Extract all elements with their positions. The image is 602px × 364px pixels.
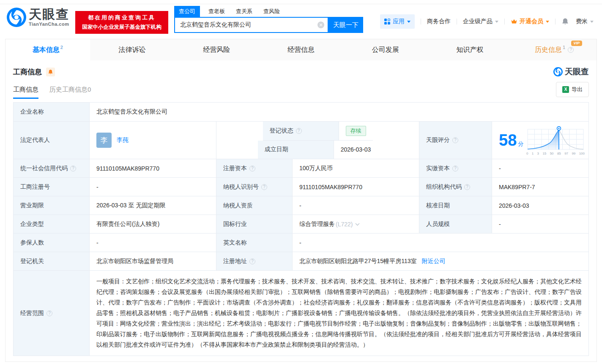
legal-rep-avatar[interactable]: 李 [96,133,112,148]
help-icon[interactable]: ? [296,128,302,134]
help-icon[interactable]: ? [47,310,52,316]
chevron-down-icon [355,223,360,226]
field-label: 工商注册号 [14,178,90,196]
nearby-companies-link[interactable]: 附近公司 [421,258,445,265]
tab-basic-info[interactable]: 基本信息 2 [5,39,90,60]
score-axis-labels: 0 1 3 15 50 85 97 99 100 [526,152,585,155]
tab-intellectual-property[interactable]: 知识产权 [428,39,512,60]
status-date-block: 登记状态 ? 存续 成立日期 2026-03-03 [216,122,419,159]
address-value: 北京市朝阳区朝阳北路甲27号15幢平房113室 [299,258,416,265]
nav-cooperation[interactable]: 商务合作 [427,18,451,25]
nav-vip-label: 开通会员 [520,18,543,25]
clear-icon[interactable]: ✕ [317,22,324,28]
business-scope-value: 一般项目：文艺创作；组织文化艺术交流活动；票务代理服务；技术服务、技术开发、技术… [90,271,588,356]
nav-apps[interactable]: 应用 [380,14,415,29]
field-label-text: 实缴资本 [426,165,450,172]
search-input[interactable] [174,17,328,33]
subtab-business-info[interactable]: 工商信息 [13,86,38,99]
field-label: 纳税人资质 [216,196,293,215]
company-detail-card: 基本信息 2 法律诉讼 经营风险 经营信息 公司发展 知识产权 VIP 历史信息… [5,39,597,362]
table-row: 参保人数 - 英文名称 - [14,234,588,252]
axis-tick: 50 [550,152,554,155]
axis-tick: 97 [564,152,568,155]
tab-history-info[interactable]: VIP 历史信息 1 ? [512,39,597,60]
field-label: 登记机关 [14,252,90,270]
taxpayer-quality-value: - [293,196,419,215]
watermark-logo: 天眼查 [553,66,589,77]
field-label: 企业类型 [14,215,90,233]
search-tab-boss[interactable]: 查老板 [208,6,225,17]
notification-bell[interactable] [561,18,569,25]
nav-divider [421,19,421,24]
search-input-wrap: ✕ [174,17,328,33]
search-tabs: 查公司 查老板 查关系 查风险 [174,7,363,17]
help-icon[interactable]: ? [464,184,470,190]
industry-value[interactable]: 综合管理服务 (L722) [293,215,419,233]
help-icon[interactable]: ? [452,137,458,143]
search-block: 查公司 查老板 查关系 查风险 ✕ 天眼一下 [174,7,363,33]
registry-value: 北京市朝阳区市场监督管理局 [90,252,216,270]
help-icon[interactable]: ? [568,47,574,53]
reg-number-value: - [90,178,216,196]
business-info-table: 企业名称 北京鹤玺音乐文化有限公司 法定代表人 李 李莼 登记状态 ? [13,102,589,356]
field-label: 登记状态 ? [263,122,339,140]
subscribe-bell-button[interactable] [46,68,55,76]
tab-company-development[interactable]: 公司发展 [343,39,428,60]
help-icon[interactable]: ? [452,166,458,171]
tianyancha-logo-icon [553,67,563,76]
status-badge: 存续 [346,126,366,136]
table-row: 经营范围 ? 一般项目：文艺创作；组织文化艺术交流活动；票务代理服务；技术服务、… [14,271,588,356]
card-body: 工商信息 天眼查 工商信息 历史工商信息0 [5,60,597,356]
field-label: 纳税人识别号 ? [216,178,293,196]
tab-operation-info[interactable]: 经营信息 [259,39,343,60]
logo-text: 天眼查 TianYanCha.com [29,8,69,27]
logo-title: 天眼查 [29,8,69,21]
field-label: 国标行业 [216,215,293,233]
table-row: 工商注册号 - 纳税人识别号 ? 91110105MAK89PR770 组织机构… [14,178,588,196]
crown-icon [511,19,517,24]
axis-tick: 99 [572,152,575,155]
legal-rep-link[interactable]: 李莼 [117,136,129,144]
search-tab-company[interactable]: 查公司 [174,6,200,17]
nav-apps-label: 应用 [393,18,405,25]
help-icon[interactable]: ? [249,166,255,171]
nav-vip[interactable]: 开通会员 [511,18,549,25]
score-cell: 58 分 [492,122,588,159]
slogan-banner: 都在用的商业查询工具 国家中小企业发展子基金旗下机构 [75,11,168,34]
logo-domain: TianYanCha.com [29,22,69,27]
search-tab-relation[interactable]: 查关系 [236,6,252,17]
help-icon[interactable]: ? [261,184,267,190]
field-label-text: 经营范围 [20,310,44,317]
nav-enterprise[interactable]: 企业级产品 [463,18,498,25]
field-label: 营业期限 [14,196,90,215]
field-label: 企业名称 [14,103,90,121]
watermark-text: 天眼查 [565,66,589,77]
section-title: 工商信息 [13,67,42,77]
approval-date-value: 2026-03-03 [492,196,588,215]
field-label: 核准日期 [419,196,492,215]
field-label: 实缴资本 ? [419,159,492,177]
legal-rep-cell: 李 李莼 [90,122,216,159]
table-subrow: 登记状态 ? 存续 [263,122,373,141]
score-distribution-chart: 0 1 3 15 50 85 97 99 100 [526,125,585,155]
apps-grid-icon [384,19,390,24]
nav-user[interactable]: 费米 [576,18,594,25]
tab-legal-lawsuits[interactable]: 法律诉讼 [90,39,175,60]
english-name-value: - [293,234,588,252]
tab-operation-risk[interactable]: 经营风险 [174,39,259,60]
field-label: 注册资本 ? [216,159,293,177]
field-label-text: 纳税人识别号 [223,183,259,191]
search-tab-risk[interactable]: 查风险 [263,6,280,17]
help-icon[interactable]: ? [70,166,76,171]
table-row: 登记机关 北京市朝阳区市场监督管理局 注册地址 ? 北京市朝阳区朝阳北路甲27号… [14,252,588,271]
field-label: 成立日期 [258,141,334,159]
top-divider [0,0,602,4]
score-unit: 分 [518,140,523,148]
table-subrow: 成立日期 2026-03-03 [258,141,378,159]
help-icon[interactable]: ? [249,258,255,264]
subtab-history-business-info[interactable]: 历史工商信息0 [49,86,91,99]
search-button[interactable]: 天眼一下 [328,17,363,33]
site-logo[interactable]: 天眼查 TianYanCha.com [7,8,69,27]
export-button[interactable]: X 导出 [556,82,589,97]
slogan-line1: 都在用的商业查询工具 [88,14,156,22]
